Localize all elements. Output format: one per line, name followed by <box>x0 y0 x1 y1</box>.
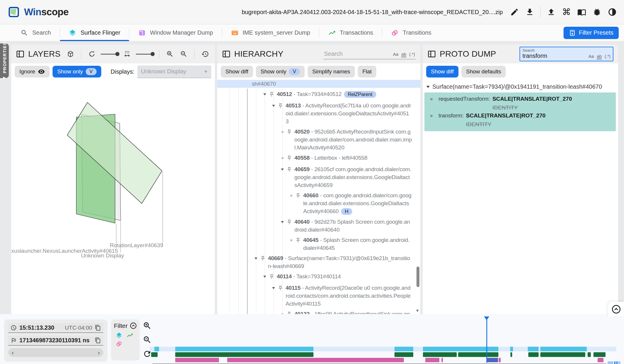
timeline-scrollbar-handle[interactable] <box>618 361 620 364</box>
transactions-trace-icon[interactable] <box>127 332 133 339</box>
whole-word-toggle[interactable]: ab <box>597 54 602 59</box>
tab-search[interactable]: Search <box>12 24 60 41</box>
collapse-node-icon[interactable] <box>278 218 286 234</box>
proto-search-input[interactable]: Search transform Aa ab (.*) <box>520 47 613 61</box>
layer-node-40660[interactable]: 40660 - com.google.android.dialer/com.go… <box>217 191 420 215</box>
timeline-scrollbar-grip[interactable] <box>614 361 615 364</box>
pin-icon[interactable] <box>286 128 294 151</box>
hierarchy-search-input[interactable]: Search Aa ab (.*) <box>323 49 416 59</box>
displays-select[interactable]: Unknown Display ▼ <box>137 65 211 78</box>
collapse-node-icon[interactable] <box>269 102 278 125</box>
match-case-toggle[interactable]: Aa <box>588 54 594 59</box>
layers-3d-scene[interactable]: RotationLayer#40639 exuslauncher.NexusLa… <box>11 80 215 314</box>
timeline-reset-zoom-icon[interactable] <box>143 349 152 358</box>
zoom-in-icon[interactable] <box>165 49 175 59</box>
simplify-names-button[interactable]: Simplify names <box>308 66 355 77</box>
collapse-node-icon[interactable] <box>278 165 286 189</box>
tab-transitions[interactable]: Transitions <box>382 24 440 41</box>
transitions-segment[interactable] <box>425 358 439 362</box>
spacing-slider-knob[interactable] <box>151 52 155 56</box>
layer-node-40520[interactable]: 40520 - 952c6b5 ActivityRecordInputSink … <box>217 128 420 151</box>
rotation-icon[interactable] <box>87 49 97 59</box>
transactions-segment[interactable] <box>458 352 498 357</box>
show-diff-button[interactable]: Show diff <box>221 66 253 77</box>
reset-view-icon[interactable] <box>200 49 210 59</box>
surface-flinger-segment[interactable] <box>540 347 587 351</box>
rotation-slider-knob[interactable] <box>115 52 119 56</box>
show-diff-button[interactable]: Show diff <box>426 66 458 77</box>
transactions-segment[interactable] <box>588 352 591 357</box>
show-only-button[interactable]: Show only V <box>53 66 101 77</box>
pin-icon[interactable] <box>278 102 286 125</box>
filter-presets-button[interactable]: Filter Presets <box>564 27 619 39</box>
report-bug-icon[interactable] <box>591 6 603 18</box>
transactions-segment[interactable] <box>593 352 606 357</box>
pin-icon[interactable] <box>278 284 286 308</box>
timeline-scrollbar-grip[interactable] <box>616 361 618 364</box>
pin-icon[interactable] <box>286 154 294 163</box>
collapse-node-icon[interactable] <box>252 254 260 270</box>
proto-root-node[interactable]: Surface(name=Task=7934)/@0x1941191_trans… <box>423 80 618 92</box>
show-only-button[interactable]: Show only V <box>256 66 305 77</box>
transitions-segment[interactable] <box>598 358 603 362</box>
transactions-segment[interactable] <box>175 352 313 357</box>
whole-word-toggle[interactable]: ab <box>401 52 406 57</box>
transactions-segment[interactable] <box>540 352 585 357</box>
documentation-icon[interactable] <box>575 6 588 18</box>
transitions-selected-segment[interactable] <box>486 358 498 362</box>
pin-icon[interactable] <box>286 218 294 234</box>
pin-icon[interactable] <box>269 272 277 282</box>
layer-spacing-icon[interactable] <box>122 49 132 59</box>
proto-property-transform[interactable]: ●transform:SCALE|TRANSLATE|ROT_270IDENTI… <box>424 112 616 128</box>
surface-flinger-segment[interactable] <box>528 347 539 351</box>
layer-node-40645[interactable]: 40645 - Splash Screen com.google.android… <box>217 236 420 252</box>
timeline-scrollbar-handle[interactable] <box>608 361 613 364</box>
surface-flinger-segment[interactable] <box>394 347 413 351</box>
timeline-playhead-handle[interactable] <box>484 316 489 320</box>
tab-transactions[interactable]: Transactions <box>319 24 382 41</box>
pin-icon[interactable] <box>295 191 303 215</box>
layer-node-40659[interactable]: 40659 - 26105cf com.google.android.diale… <box>217 165 420 189</box>
surface-flinger-segment[interactable] <box>175 347 313 351</box>
layer-node-40114[interactable]: 40114 - Task=7931#40114 <box>217 272 420 282</box>
transitions-segment[interactable] <box>441 358 443 362</box>
regex-toggle[interactable]: (.*) <box>605 54 610 59</box>
flat-button[interactable]: Flat <box>358 66 377 77</box>
layer-node-40513[interactable]: 40513 - ActivityRecord{5c7f14a u0 com.go… <box>217 102 420 125</box>
proto-property-requestedTransform[interactable]: ●requestedTransform:SCALE|TRANSLATE|ROT_… <box>424 95 616 112</box>
transactions-segment[interactable] <box>528 352 539 357</box>
edit-icon[interactable] <box>508 6 521 18</box>
transactions-segment[interactable] <box>151 352 158 357</box>
layer-node-40640[interactable]: 40640 - 9d2d27b Splash Screen com.google… <box>217 218 420 234</box>
collapse-node-icon[interactable] <box>261 272 269 282</box>
pin-icon[interactable] <box>260 254 268 270</box>
layer-node-selected[interactable]: sh#40670 <box>217 80 420 88</box>
rotation-slider[interactable] <box>101 54 118 55</box>
layer-node-40122[interactable]: 40122 - 1ffcc09 ActivityRecordInputSink … <box>217 310 420 314</box>
layer-node-40558[interactable]: 40558 - Letterbox - left#40558 <box>217 154 420 163</box>
surface-flinger-segment[interactable] <box>154 347 159 351</box>
upload-icon[interactable] <box>545 6 558 18</box>
layer-node-40669[interactable]: 40669 - Surface(name=Task=7931)/@0x619e2… <box>217 254 420 270</box>
collapse-panel-icon[interactable] <box>16 50 25 58</box>
3d-view-icon[interactable] <box>65 49 75 59</box>
human-time-field[interactable]: 15:51:13.230 UTC-04:00 <box>8 323 103 333</box>
surface-flinger-segment[interactable] <box>510 347 513 351</box>
transactions-segment[interactable] <box>394 352 413 357</box>
transitions-segment[interactable] <box>227 358 404 362</box>
pin-icon[interactable] <box>269 90 277 99</box>
pin-icon[interactable] <box>295 236 303 252</box>
ns-time-field[interactable]: 1713469873230110391 ns <box>8 336 103 346</box>
properties-collapsed-tab[interactable]: PROPERTIES ▶ <box>0 43 9 78</box>
timeline-zoom-in-icon[interactable] <box>143 321 152 330</box>
layer-node-40512[interactable]: 40512 - Task=7934#40512RelZParent <box>217 90 420 99</box>
transitions-trace-icon[interactable] <box>116 341 122 347</box>
shortcuts-icon[interactable]: ⌘ <box>560 6 573 18</box>
show-defaults-button[interactable]: Show defaults <box>461 66 506 77</box>
copy-icon[interactable] <box>95 325 101 331</box>
tab-window-manager-dump[interactable]: Window Manager Dump <box>129 24 222 41</box>
transactions-segment[interactable] <box>423 352 457 357</box>
theme-toggle-icon[interactable] <box>606 6 619 18</box>
download-icon[interactable] <box>523 6 536 18</box>
copy-icon[interactable] <box>95 337 101 343</box>
